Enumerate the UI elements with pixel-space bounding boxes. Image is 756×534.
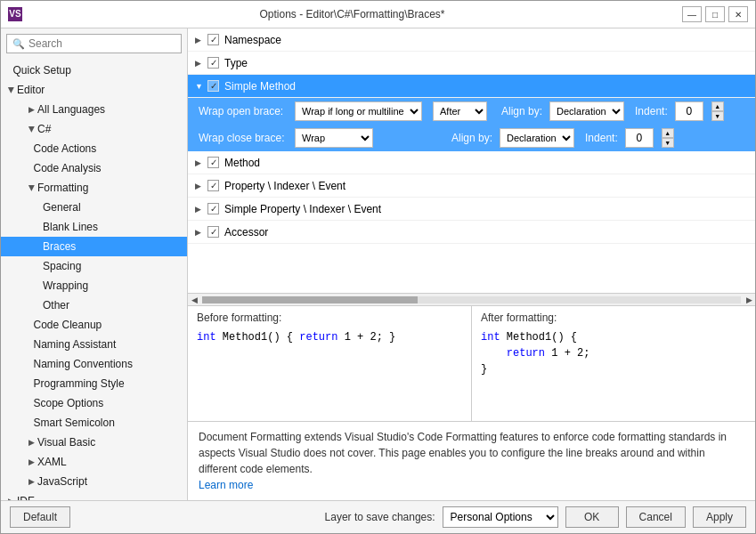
option-row-type: ▶ ✓ Type [188, 52, 755, 75]
sidebar-item-label: General [43, 199, 81, 215]
title-bar: VS Options - Editor\C#\Formatting\Braces… [1, 1, 755, 28]
scroll-right-button[interactable]: ▶ [743, 294, 755, 306]
option-row-simple-method: ▼ ✓ Simple Method [188, 75, 755, 98]
wrap-open-align-select[interactable]: Declaration None [549, 101, 624, 121]
wrap-open-after-select[interactable]: After Before None [433, 101, 487, 121]
sidebar-item-label: JavaScript [37, 473, 87, 490]
right-panel: ▶ ✓ Namespace ▶ ✓ Type ▼ ✓ Simple Method [188, 28, 755, 500]
expand-arrow-icon[interactable]: ▶ [195, 205, 204, 214]
sidebar-item-javascript[interactable]: ▶ JavaScript [1, 472, 187, 491]
scroll-thumb[interactable] [202, 296, 418, 303]
ok-button[interactable]: OK [565, 506, 619, 528]
close-button[interactable]: ✕ [728, 6, 748, 22]
option-row-simple-property-indexer-event: ▶ ✓ Simple Property \ Indexer \ Event [188, 198, 755, 221]
sidebar-item-editor[interactable]: ▶ Editor [1, 80, 187, 100]
sidebar-item-label: Wrapping [43, 278, 88, 294]
cancel-button[interactable]: Cancel [626, 506, 686, 528]
sidebar-item-formatting[interactable]: ▶ Formatting [1, 178, 187, 198]
search-input[interactable] [28, 37, 175, 50]
sidebar-item-other[interactable]: Other [1, 295, 187, 315]
sidebar-item-xaml[interactable]: ▶ XAML [1, 452, 187, 472]
horizontal-scrollbar[interactable]: ◀ ▶ [188, 293, 755, 305]
simple-property-indexer-event-checkbox[interactable]: ✓ [207, 203, 219, 214]
default-button[interactable]: Default [10, 506, 70, 528]
layer-select[interactable]: Personal Options Team Shared Solution [443, 506, 558, 528]
sidebar-item-programming-style[interactable]: Programming Style [1, 374, 187, 393]
indent-down-button[interactable]: ▼ [711, 111, 724, 121]
arrow-icon [28, 395, 31, 411]
wrap-open-label: Wrap open brace: [199, 105, 288, 117]
option-label: Namespace [224, 34, 281, 46]
property-indexer-event-checkbox[interactable]: ✓ [207, 180, 219, 191]
wrap-open-indent-input[interactable] [675, 101, 703, 121]
type-checkbox[interactable]: ✓ [207, 57, 219, 69]
title-bar-left: VS [8, 7, 22, 21]
expand-arrow-icon[interactable]: ▶ [195, 36, 204, 44]
learn-more-link[interactable]: Learn more [199, 479, 253, 491]
method-checkbox[interactable]: ✓ [207, 157, 219, 168]
sidebar-item-label: Visual Basic [37, 434, 95, 450]
wrap-close-row: Wrap close brace: Wrap Do not wrap Wrap … [188, 125, 755, 151]
sidebar-item-naming-assistant[interactable]: Naming Assistant [1, 335, 187, 354]
option-label: Property \ Indexer \ Event [224, 180, 345, 192]
expand-arrow-icon[interactable]: ▼ [195, 82, 204, 91]
apply-button[interactable]: Apply [693, 506, 746, 528]
wrap-close-indent-input[interactable] [625, 128, 654, 148]
code-keyword: int [197, 331, 216, 344]
arrow-icon [28, 336, 31, 352]
sidebar-item-csharp[interactable]: ▶ C# [1, 119, 187, 139]
sidebar-item-all-languages[interactable]: ▶ All Languages [1, 100, 187, 119]
preview-area: Before formatting: int Method1() { retur… [188, 305, 755, 421]
sidebar-item-code-analysis[interactable]: Code Analysis [1, 158, 187, 178]
sidebar-item-blank-lines[interactable]: Blank Lines [1, 217, 187, 237]
indent-close-up-button[interactable]: ▲ [662, 128, 674, 138]
indent-close-down-button[interactable]: ▼ [662, 138, 674, 148]
arrow-icon [28, 376, 31, 392]
sidebar-item-quick-setup[interactable]: Quick Setup [1, 61, 187, 80]
expand-arrow-icon[interactable]: ▶ [195, 228, 204, 237]
arrow-icon [8, 62, 11, 78]
simple-method-checkbox[interactable]: ✓ [207, 80, 219, 92]
sidebar-item-label: Naming Assistant [34, 336, 117, 352]
accessor-checkbox[interactable]: ✓ [207, 226, 219, 238]
sidebar-item-spacing[interactable]: Spacing [1, 256, 187, 276]
sidebar-item-code-cleanup[interactable]: Code Cleanup [1, 315, 187, 335]
expand-arrow-icon[interactable]: ▶ [195, 59, 204, 68]
indent-up-button[interactable]: ▲ [711, 101, 724, 111]
sidebar-item-naming-conventions[interactable]: Naming Conventions [1, 354, 187, 374]
sidebar-item-label: Code Cleanup [34, 317, 102, 333]
expand-arrow-icon: ▶ [24, 185, 40, 191]
wrap-open-select[interactable]: Wrap if long or multiline Wrap Do not wr… [295, 101, 422, 121]
wrap-close-select[interactable]: Wrap Do not wrap Wrap if long [295, 128, 373, 148]
sidebar-item-label: Spacing [43, 258, 81, 274]
after-formatting-title: After formatting: [481, 312, 746, 324]
scroll-left-button[interactable]: ◀ [188, 294, 200, 306]
sidebar-item-code-actions[interactable]: Code Actions [1, 139, 187, 158]
option-label: Simple Property \ Indexer \ Event [224, 203, 381, 215]
expand-arrow-icon: ▶ [8, 493, 14, 500]
namespace-checkbox[interactable]: ✓ [207, 34, 219, 45]
title-bar-title: Options - Editor\C#\Formatting\Braces* [22, 8, 682, 20]
wrap-close-align-select[interactable]: Declaration None [500, 128, 574, 148]
sidebar-item-visual-basic[interactable]: ▶ Visual Basic [1, 433, 187, 452]
expand-arrow-icon[interactable]: ▶ [195, 182, 204, 190]
maximize-button[interactable]: □ [705, 6, 725, 22]
expand-arrow-icon: ▶ [4, 87, 20, 93]
expand-arrow-icon[interactable]: ▶ [195, 158, 204, 167]
option-row-property-indexer-event: ▶ ✓ Property \ Indexer \ Event [188, 174, 755, 198]
sidebar-item-general[interactable]: General [1, 198, 187, 217]
sidebar-item-wrapping[interactable]: Wrapping [1, 276, 187, 295]
indent-label: Indent: [635, 105, 668, 117]
sidebar-item-ide[interactable]: ▶ IDE [1, 491, 187, 500]
expand-arrow-icon: ▶ [28, 101, 35, 117]
description-text: Document Formatting extends Visual Studi… [199, 431, 727, 475]
minimize-button[interactable]: — [682, 6, 702, 22]
arrow-icon [28, 160, 31, 176]
sidebar-item-scope-options[interactable]: Scope Options [1, 393, 187, 413]
option-label: Accessor [224, 226, 268, 239]
sidebar-item-braces[interactable]: Braces [1, 237, 187, 256]
sidebar-item-label: Formatting [37, 180, 88, 196]
after-line3: } [481, 361, 746, 377]
sidebar-item-label: Other [43, 297, 69, 313]
sidebar-item-smart-semicolon[interactable]: Smart Semicolon [1, 413, 187, 433]
